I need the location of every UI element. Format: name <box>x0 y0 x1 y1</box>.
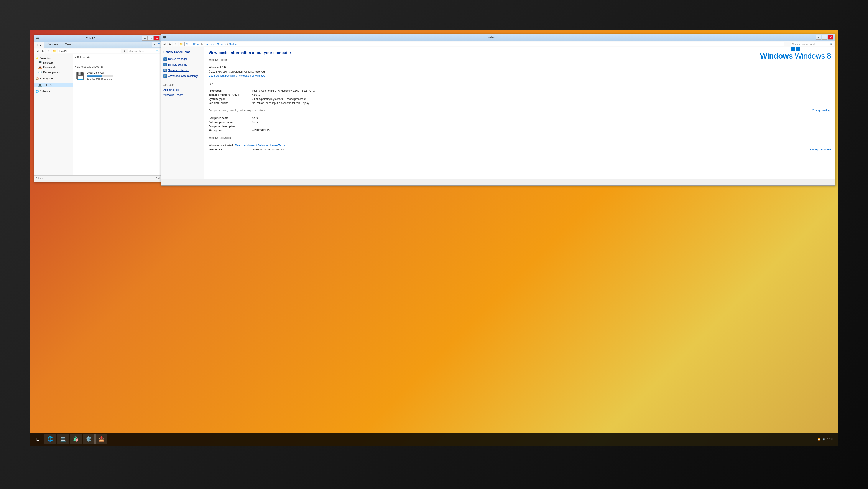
tab-file[interactable]: File <box>34 42 44 48</box>
search-icon: 🔍 <box>156 50 159 52</box>
see-also-label: See also <box>161 83 204 87</box>
start-button[interactable]: ⊞ <box>33 434 43 444</box>
taskbar-item-thispc[interactable]: 💻 <box>57 434 69 444</box>
sidebar-item-downloads[interactable]: 📥 Downloads <box>34 65 73 70</box>
breadcrumb-controlpanel[interactable]: Control Panel <box>186 43 200 46</box>
cp-home-link[interactable]: Control Panel Home <box>161 50 204 55</box>
win-logo-sq-3 <box>791 47 795 51</box>
star-icon: ⭐ <box>36 57 39 60</box>
cp-body: Control Panel Home 🔧 Device Manager 🔗 Re… <box>161 47 835 179</box>
tab-view[interactable]: View <box>62 42 74 48</box>
explorer-minimize-button[interactable]: ─ <box>142 36 148 40</box>
recent-icon-nav: 🕐 <box>38 70 42 74</box>
breadcrumb: Control Panel ▶ System and Security ▶ Sy… <box>184 42 784 47</box>
activation-row: Windows is activated Read the Microsoft … <box>209 144 831 147</box>
system-maximize-button[interactable]: □ <box>822 35 828 39</box>
tab-computer[interactable]: Computer <box>44 42 62 48</box>
location-icon: 📁 <box>52 49 57 53</box>
ram-value: 4.00 GB <box>252 93 831 96</box>
system-close-button[interactable]: ✕ <box>828 35 834 39</box>
favorites-header[interactable]: ⭐ Favorites <box>34 56 73 60</box>
product-id-value: 00261-50000-00000-AA484 <box>252 148 808 151</box>
view-list-icon[interactable]: ≡ <box>156 176 157 179</box>
nav-action-center[interactable]: Action Center <box>161 87 204 92</box>
drive-c-item[interactable]: 💾 Local Disk (C:) 11.5 GB free of 28.6 G… <box>75 70 160 81</box>
taskbar-item-settings[interactable]: ⚙️ <box>83 434 95 444</box>
volume-tray-icon: 🔊 <box>823 438 826 440</box>
forward-button[interactable]: ▶ <box>40 49 45 53</box>
system-refresh-button[interactable]: ↻ <box>785 42 790 47</box>
cp-search-field[interactable]: Search Control Panel 🔍 <box>791 42 834 47</box>
nav-windows-update[interactable]: Windows Update <box>161 92 204 98</box>
downloads-taskbar-icon: 📥 <box>98 436 104 442</box>
up-button[interactable]: ↑ <box>46 49 51 53</box>
nav-system-protection[interactable]: 🛡️ System protection <box>161 67 204 73</box>
computer-name-row: Computer name: Asus <box>209 117 831 120</box>
sidebar-item-desktop[interactable]: 🖥️ Desktop <box>34 60 73 65</box>
cp-search-icon: 🔍 <box>830 42 833 46</box>
network-header[interactable]: 🌐 Network <box>34 89 73 93</box>
explorer-body: ⭐ Favorites 🖥️ Desktop 📥 Downloads 🕐 Rec… <box>34 54 161 175</box>
store-icon: 🛍️ <box>73 436 79 442</box>
type-value: 64-bit Operating System, x64-based proce… <box>252 97 831 100</box>
system-window-title: System <box>167 36 814 39</box>
taskbar-item-downloads[interactable]: 📥 <box>95 434 107 444</box>
drive-c-name: Local Disk (C:) <box>87 71 158 74</box>
homegroup-header[interactable]: 🏠 Homegroup <box>34 77 73 81</box>
type-label: System type: <box>209 97 252 100</box>
explorer-window-title: This PC <box>40 37 141 40</box>
processor-label: Processor: <box>209 89 252 92</box>
sidebar-item-thispc[interactable]: 💻 This PC <box>34 83 73 87</box>
system-minimize-button[interactable]: ─ <box>816 35 822 39</box>
pen-label: Pen and Touch: <box>209 102 252 105</box>
address-field[interactable]: This PC <box>58 49 121 53</box>
full-name-label: Full computer name: <box>209 121 252 124</box>
ribbon-options-button[interactable]: ▼ <box>152 42 157 47</box>
screen: 💻 This PC ─ □ ✕ File Computer View ▼ ? ◀… <box>30 30 838 445</box>
upgrade-link[interactable]: Get more features with a new edition of … <box>209 74 831 77</box>
breadcrumb-system[interactable]: System <box>229 43 238 46</box>
system-forward-button[interactable]: ▶ <box>167 42 172 47</box>
drive-c-bar <box>87 75 102 77</box>
change-settings-button[interactable]: Change settings <box>812 109 831 112</box>
activation-status: Windows is activated Read the Microsoft … <box>209 144 831 147</box>
processor-row: Processor: Intel(R) Celeron(R) CPU N2830… <box>209 89 831 92</box>
thispc-icon-nav: 💻 <box>38 83 42 87</box>
cp-sidebar: Control Panel Home 🔧 Device Manager 🔗 Re… <box>161 47 204 179</box>
change-key-link[interactable]: Change product key <box>808 148 831 151</box>
thispc-taskbar-icon: 💻 <box>60 436 66 442</box>
taskbar-item-ie[interactable]: 🌐 <box>44 434 56 444</box>
thispc-section: 💻 This PC <box>34 83 73 87</box>
start-icon: ⊞ <box>36 436 40 442</box>
explorer-window-controls: ─ □ ✕ <box>142 36 160 40</box>
item-count: 7 items <box>36 177 43 179</box>
system-back-button[interactable]: ◀ <box>162 42 167 47</box>
license-link[interactable]: Read the Microsoft Software License Term… <box>235 144 285 147</box>
drive-c-bar-container <box>87 75 113 77</box>
nav-remote-settings[interactable]: 🔗 Remote settings <box>161 62 204 67</box>
explorer-main-content: Folders (6) Devices and drives (1) 💾 Loc… <box>73 54 161 175</box>
nav-advanced-settings[interactable]: ⚙️ Advanced system settings <box>161 73 204 79</box>
system-up-button[interactable]: ↑ <box>173 42 178 47</box>
computer-name-label: Computer name: <box>209 117 252 120</box>
system-location-icon: 📁 <box>179 42 184 47</box>
tray-time: 12:00 <box>827 438 833 440</box>
win-logo-grid <box>791 47 800 51</box>
cp-main-title: View basic information about your comput… <box>209 51 831 55</box>
sidebar-item-recent[interactable]: 🕐 Recent places <box>34 70 73 75</box>
view-grid-icon[interactable]: ⊞ <box>158 176 160 179</box>
nav-device-manager[interactable]: 🔧 Device Manager <box>161 56 204 62</box>
pen-row: Pen and Touch: No Pen or Touch Input is … <box>209 102 831 105</box>
ie-icon: 🌐 <box>47 436 53 442</box>
explorer-address-bar: ◀ ▶ ↑ 📁 This PC ↻ Search This... 🔍 <box>34 48 161 54</box>
search-field[interactable]: Search This... 🔍 <box>128 49 160 53</box>
explorer-close-button[interactable]: ✕ <box>154 36 160 40</box>
taskbar-item-store[interactable]: 🛍️ <box>70 434 82 444</box>
drive-c-icon: 💾 <box>76 71 85 80</box>
device-manager-icon: 🔧 <box>163 57 167 61</box>
upgrade-row: Get more features with a new edition of … <box>209 74 831 77</box>
back-button[interactable]: ◀ <box>35 49 40 53</box>
explorer-maximize-button[interactable]: □ <box>148 36 154 40</box>
refresh-button[interactable]: ↻ <box>122 49 127 53</box>
breadcrumb-systemsecurity[interactable]: System and Security <box>204 43 226 46</box>
